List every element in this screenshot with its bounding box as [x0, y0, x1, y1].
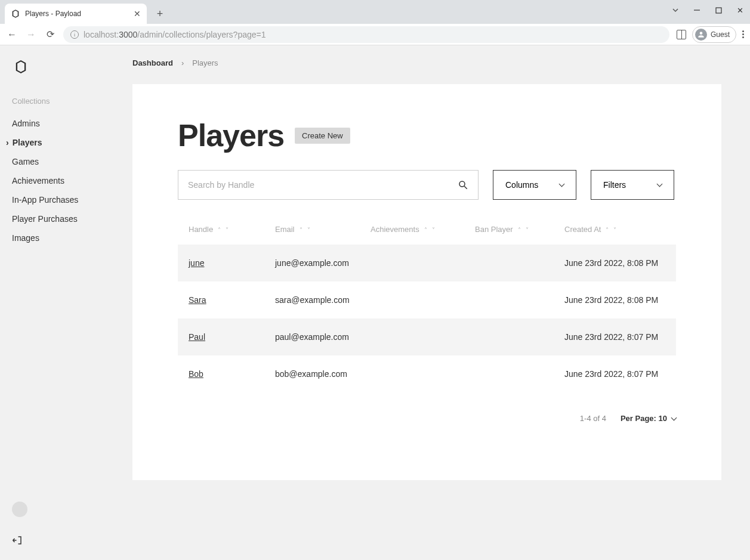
breadcrumb-current: Players: [192, 58, 218, 67]
row-ban: [470, 245, 560, 281]
sort-desc-icon[interactable]: ˅: [307, 227, 310, 233]
sort-desc-icon[interactable]: ˅: [613, 227, 616, 233]
row-created: June 23rd 2022, 8:08 PM: [560, 245, 676, 281]
minimize-icon[interactable]: [692, 5, 702, 16]
table-row[interactable]: Bobbob@example.comJune 23rd 2022, 8:07 P…: [178, 355, 676, 392]
new-tab-button[interactable]: +: [152, 5, 168, 22]
chevron-down-icon[interactable]: [670, 5, 681, 16]
row-email: paul@example.com: [270, 318, 366, 355]
chevron-right-icon: ›: [181, 58, 184, 67]
payload-logo-icon[interactable]: [14, 60, 27, 74]
payload-favicon-icon: [11, 9, 20, 18]
url-input[interactable]: i localhost:3000/admin/collections/playe…: [63, 26, 669, 43]
pagination-range: 1-4 of 4: [580, 414, 606, 423]
chevron-down-icon: [671, 414, 677, 420]
breadcrumb-root[interactable]: Dashboard: [132, 58, 173, 67]
browser-address-bar: ← → ⟳ i localhost:3000/admin/collections…: [0, 24, 750, 45]
row-email: bob@example.com: [270, 355, 366, 392]
sort-asc-icon[interactable]: ˄: [606, 227, 609, 233]
sidebar-item-admins[interactable]: Admins: [12, 114, 121, 133]
row-achievements: [366, 318, 470, 355]
reload-icon[interactable]: ⟳: [44, 29, 56, 40]
table-row[interactable]: junejune@example.comJune 23rd 2022, 8:08…: [178, 245, 676, 281]
svg-rect-1: [716, 8, 721, 13]
players-table: Handle˄˅ Email˄˅ Achievements˄˅ Ban Play…: [178, 218, 676, 392]
sort-asc-icon[interactable]: ˄: [518, 227, 521, 233]
row-ban: [470, 355, 560, 392]
browser-tab[interactable]: Players - Payload ✕: [5, 4, 147, 24]
table-row[interactable]: Sarasara@example.comJune 23rd 2022, 8:08…: [178, 281, 676, 318]
row-email: june@example.com: [270, 245, 366, 281]
sidebar-item-player-purchases[interactable]: Player Purchases: [12, 209, 121, 228]
side-panel-icon[interactable]: [677, 30, 686, 39]
table-row[interactable]: Paulpaul@example.comJune 23rd 2022, 8:07…: [178, 318, 676, 355]
row-achievements: [366, 281, 470, 318]
per-page-selector[interactable]: Per Page: 10: [621, 414, 676, 423]
chevron-down-icon: [657, 181, 663, 187]
row-achievements: [366, 355, 470, 392]
close-tab-icon[interactable]: ✕: [134, 9, 141, 18]
tab-title: Players - Payload: [25, 10, 129, 18]
sidebar: Collections Admins Players Games Achieve…: [0, 45, 132, 560]
user-avatar[interactable]: [12, 502, 27, 517]
sort-asc-icon[interactable]: ˄: [300, 227, 303, 233]
profile-button[interactable]: Guest: [692, 26, 736, 43]
row-handle-link[interactable]: Bob: [189, 369, 203, 379]
sidebar-item-players[interactable]: Players: [12, 133, 121, 152]
create-new-button[interactable]: Create New: [295, 128, 350, 144]
breadcrumb: Dashboard › Players: [132, 58, 721, 67]
columns-dropdown[interactable]: Columns: [493, 170, 576, 200]
col-header-created[interactable]: Created At˄˅: [560, 218, 676, 245]
sort-desc-icon[interactable]: ˅: [526, 227, 529, 233]
row-handle-link[interactable]: Sara: [189, 295, 206, 305]
row-handle-link[interactable]: june: [189, 258, 204, 268]
row-handle-link[interactable]: Paul: [189, 332, 205, 342]
sort-desc-icon[interactable]: ˅: [226, 227, 229, 233]
back-icon[interactable]: ←: [6, 29, 18, 40]
filters-dropdown[interactable]: Filters: [591, 170, 674, 200]
browser-menu-icon[interactable]: [742, 30, 744, 38]
search-icon[interactable]: [458, 180, 468, 190]
sidebar-heading: Collections: [12, 97, 121, 106]
sidebar-item-achievements[interactable]: Achievements: [12, 171, 121, 190]
row-ban: [470, 281, 560, 318]
svg-line-3: [464, 186, 467, 189]
sort-desc-icon[interactable]: ˅: [432, 227, 435, 233]
sort-asc-icon[interactable]: ˄: [424, 227, 427, 233]
person-icon: [695, 29, 707, 41]
row-achievements: [366, 245, 470, 281]
sort-asc-icon[interactable]: ˄: [218, 227, 221, 233]
main-content: Dashboard › Players Players Create New C…: [132, 45, 750, 560]
row-created: June 23rd 2022, 8:07 PM: [560, 355, 676, 392]
sidebar-item-games[interactable]: Games: [12, 152, 121, 171]
close-window-icon[interactable]: ✕: [734, 5, 745, 16]
row-email: sara@example.com: [270, 281, 366, 318]
page-title: Players: [178, 117, 284, 153]
logout-icon[interactable]: [12, 535, 23, 546]
row-created: June 23rd 2022, 8:08 PM: [560, 281, 676, 318]
col-header-handle[interactable]: Handle˄˅: [178, 218, 270, 245]
row-ban: [470, 318, 560, 355]
search-input[interactable]: [188, 180, 458, 190]
col-header-ban[interactable]: Ban Player˄˅: [470, 218, 560, 245]
sidebar-item-images[interactable]: Images: [12, 228, 121, 247]
sidebar-item-inapp[interactable]: In-App Purchases: [12, 190, 121, 209]
maximize-icon[interactable]: [713, 5, 724, 16]
col-header-achievements[interactable]: Achievements˄˅: [366, 218, 470, 245]
search-box[interactable]: [178, 170, 479, 200]
chevron-down-icon: [559, 181, 565, 187]
svg-point-2: [459, 181, 465, 187]
forward-icon: →: [25, 29, 37, 40]
col-header-email[interactable]: Email˄˅: [270, 218, 366, 245]
row-created: June 23rd 2022, 8:07 PM: [560, 318, 676, 355]
browser-tab-strip: Players - Payload ✕ + ✕: [0, 0, 750, 24]
site-info-icon[interactable]: i: [70, 30, 79, 39]
